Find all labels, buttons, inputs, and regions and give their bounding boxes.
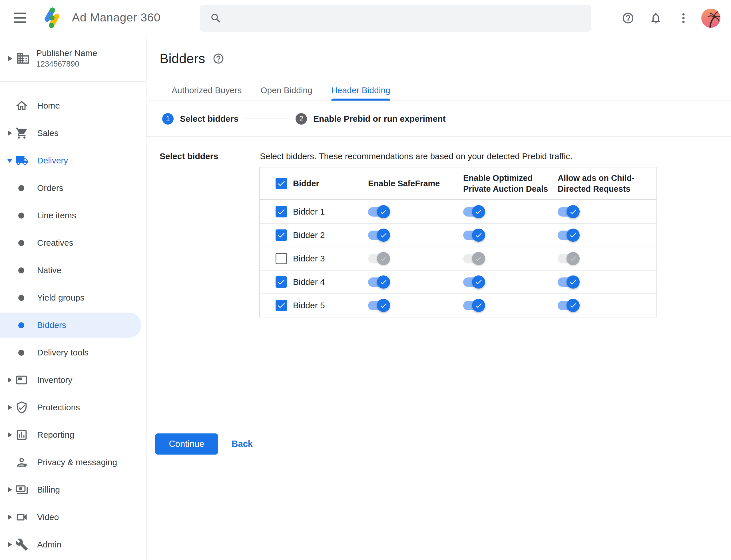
sidebar-item-label: Native xyxy=(37,265,61,275)
continue-button[interactable]: Continue xyxy=(155,433,218,455)
sidebar-item-billing[interactable]: Billing xyxy=(0,476,146,503)
optimized-private-auction-deals-toggle[interactable] xyxy=(463,205,485,219)
safeframe-toggle[interactable] xyxy=(368,299,390,312)
page-help-icon[interactable] xyxy=(213,53,225,65)
avatar[interactable] xyxy=(701,9,720,28)
step-1-label: Select bidders xyxy=(180,114,239,124)
sidebar: Publisher Name 1234567890 HomeSalesDeliv… xyxy=(0,36,147,560)
optimized-private-auction-deals-toggle[interactable] xyxy=(463,252,485,265)
tab-bar: Authorized Buyers Open Bidding Header Bi… xyxy=(147,84,731,101)
bidder-name: Bidder 2 xyxy=(293,230,368,240)
toggle-thumb xyxy=(472,275,485,289)
collapse-arrow-icon[interactable] xyxy=(7,159,12,163)
table-row: Bidder 3 xyxy=(260,247,656,270)
expand-arrow-icon[interactable] xyxy=(8,131,12,136)
sidebar-item-creatives[interactable]: Creatives xyxy=(0,229,146,257)
sidebar-item-bidders[interactable]: Bidders xyxy=(0,311,146,339)
sidebar-item-home[interactable]: Home xyxy=(0,92,146,119)
table-row: Bidder 4 xyxy=(260,270,656,293)
expand-arrow-icon[interactable] xyxy=(8,432,12,437)
sidebar-item-privacy-messaging[interactable]: Privacy & messaging xyxy=(0,449,146,476)
row-checkbox[interactable] xyxy=(276,229,287,241)
home-icon xyxy=(15,99,29,113)
tab-header-bidding[interactable]: Header Bidding xyxy=(331,85,390,101)
column-header-safeframe: Enable SafeFrame xyxy=(368,178,463,189)
table-row: Bidder 1 xyxy=(260,200,656,223)
publisher-selector[interactable]: Publisher Name 1234567890 xyxy=(0,36,146,82)
sidebar-item-label: Privacy & messaging xyxy=(37,457,117,467)
step-2-circle: 2 xyxy=(296,113,307,125)
section-description: Select bidders. These recommendations ar… xyxy=(260,151,572,161)
sidebar-item-reporting[interactable]: Reporting xyxy=(0,421,146,449)
search-bar[interactable] xyxy=(200,5,591,32)
bidder-name: Bidder 5 xyxy=(293,301,368,310)
child-directed-requests-toggle[interactable] xyxy=(558,275,580,289)
row-checkbox[interactable] xyxy=(276,276,287,288)
tab-open-bidding[interactable]: Open Bidding xyxy=(261,85,313,101)
sidebar-item-delivery[interactable]: Delivery xyxy=(0,147,146,174)
toggle-thumb xyxy=(566,205,580,218)
sidebar-item-label: Delivery xyxy=(37,156,68,165)
bullet-icon xyxy=(18,240,24,246)
stepper: 1 Select bidders 2 Enable Prebid or run … xyxy=(147,101,731,137)
publisher-name: Publisher Name xyxy=(36,48,97,58)
sidebar-item-sales[interactable]: Sales xyxy=(0,119,146,147)
expand-arrow-icon[interactable] xyxy=(8,515,12,520)
sidebar-nav: HomeSalesDeliveryOrdersLine itemsCreativ… xyxy=(0,82,146,558)
table-row: Bidder 5 xyxy=(260,293,656,317)
person-icon xyxy=(15,455,29,469)
toggle-thumb xyxy=(377,252,390,265)
sidebar-item-delivery-tools[interactable]: Delivery tools xyxy=(0,339,146,366)
inventory-icon xyxy=(15,373,29,387)
child-directed-requests-toggle[interactable] xyxy=(558,299,580,312)
sidebar-item-admin[interactable]: Admin xyxy=(0,531,146,558)
sidebar-item-video[interactable]: Video xyxy=(0,503,146,531)
sidebar-item-label: Orders xyxy=(37,183,63,193)
toggle-thumb xyxy=(377,229,390,242)
select-all-checkbox[interactable] xyxy=(276,178,287,189)
sidebar-item-native[interactable]: Native xyxy=(0,257,146,284)
search-input[interactable] xyxy=(231,13,583,23)
page-title: Bidders xyxy=(160,51,205,66)
sidebar-item-inventory[interactable]: Inventory xyxy=(0,366,146,394)
child-directed-requests-toggle[interactable] xyxy=(558,252,580,265)
optimized-private-auction-deals-toggle[interactable] xyxy=(463,228,485,242)
optimized-private-auction-deals-toggle[interactable] xyxy=(463,299,485,312)
money-icon xyxy=(15,483,29,497)
sidebar-item-label: Creatives xyxy=(37,238,73,248)
expand-arrow-icon[interactable] xyxy=(8,542,12,547)
child-directed-requests-toggle[interactable] xyxy=(558,228,580,242)
optimized-private-auction-deals-toggle[interactable] xyxy=(463,275,485,289)
safeframe-toggle[interactable] xyxy=(368,252,390,265)
menu-icon[interactable] xyxy=(14,13,26,23)
tab-authorized-buyers[interactable]: Authorized Buyers xyxy=(172,85,242,101)
main-content: Bidders Authorized Buyers Open Bidding H… xyxy=(147,36,731,560)
sidebar-item-protections[interactable]: Protections xyxy=(0,394,146,421)
page-title-row: Bidders xyxy=(160,51,225,66)
video-icon xyxy=(15,510,29,524)
expand-arrow-icon[interactable] xyxy=(8,405,12,410)
safeframe-toggle[interactable] xyxy=(368,205,390,219)
sidebar-item-orders[interactable]: Orders xyxy=(0,174,146,202)
sidebar-item-line-items[interactable]: Line items xyxy=(0,202,146,229)
bullet-icon xyxy=(18,322,24,328)
row-checkbox[interactable] xyxy=(276,300,287,311)
row-checkbox[interactable] xyxy=(276,206,287,217)
toggle-thumb xyxy=(472,229,485,242)
row-checkbox[interactable] xyxy=(276,253,287,264)
sidebar-item-yield-groups[interactable]: Yield groups xyxy=(0,284,146,311)
safeframe-toggle[interactable] xyxy=(368,228,390,242)
step-2-label: Enable Prebid or run experiment xyxy=(313,114,445,124)
more-vertical-icon[interactable] xyxy=(677,12,690,25)
expand-arrow-icon[interactable] xyxy=(8,487,12,492)
back-button[interactable]: Back xyxy=(232,433,253,455)
expand-arrow-icon[interactable] xyxy=(8,377,12,383)
child-directed-requests-toggle[interactable] xyxy=(558,205,580,219)
search-icon xyxy=(210,12,222,24)
bidder-name: Bidder 1 xyxy=(293,207,368,217)
help-icon[interactable] xyxy=(622,12,634,25)
notifications-icon[interactable] xyxy=(649,12,662,25)
safeframe-toggle[interactable] xyxy=(368,275,390,289)
sidebar-item-label: Protections xyxy=(37,403,80,412)
ad-manager-logo-icon xyxy=(41,6,63,29)
